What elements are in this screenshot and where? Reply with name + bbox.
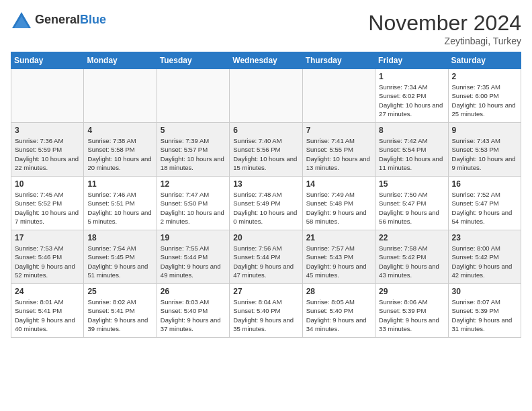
calendar-cell: 12Sunrise: 7:47 AMSunset: 5:50 PMDayligh… — [157, 177, 229, 230]
day-number: 14 — [306, 179, 371, 189]
calendar-cell: 18Sunrise: 7:54 AMSunset: 5:45 PMDayligh… — [84, 230, 157, 284]
day-number: 10 — [15, 179, 80, 189]
calendar-cell: 20Sunrise: 7:56 AMSunset: 5:44 PMDayligh… — [230, 230, 302, 284]
day-info: Sunrise: 7:35 AMSunset: 6:00 PMDaylight:… — [452, 83, 517, 118]
day-number: 28 — [306, 287, 371, 296]
calendar-cell: 28Sunrise: 8:05 AMSunset: 5:40 PMDayligh… — [302, 284, 375, 338]
day-info: Sunrise: 7:34 AMSunset: 6:02 PMDaylight:… — [379, 83, 444, 118]
day-number: 11 — [87, 179, 152, 189]
day-info: Sunrise: 7:36 AMSunset: 5:59 PMDaylight:… — [15, 136, 80, 172]
location-text: Zeytinbagi, Turkey — [368, 36, 521, 46]
day-number: 4 — [87, 126, 152, 135]
calendar-table: SundayMondayTuesdayWednesdayThursdayFrid… — [11, 52, 521, 338]
day-number: 5 — [161, 126, 226, 135]
calendar-cell: 24Sunrise: 8:01 AMSunset: 5:41 PMDayligh… — [11, 284, 84, 338]
day-info: Sunrise: 7:56 AMSunset: 5:44 PMDaylight:… — [233, 244, 298, 279]
day-info: Sunrise: 7:55 AMSunset: 5:44 PMDaylight:… — [161, 244, 226, 279]
day-info: Sunrise: 7:40 AMSunset: 5:56 PMDaylight:… — [233, 136, 298, 172]
day-info: Sunrise: 7:42 AMSunset: 5:54 PMDaylight:… — [379, 136, 444, 172]
day-number: 23 — [452, 233, 517, 242]
day-number: 13 — [233, 179, 298, 189]
day-number: 16 — [452, 179, 517, 189]
calendar-cell: 5Sunrise: 7:39 AMSunset: 5:57 PMDaylight… — [157, 123, 229, 177]
calendar-cell — [302, 69, 375, 123]
day-number: 29 — [379, 287, 444, 296]
calendar-cell: 3Sunrise: 7:36 AMSunset: 5:59 PMDaylight… — [11, 123, 84, 177]
calendar-cell: 27Sunrise: 8:04 AMSunset: 5:40 PMDayligh… — [230, 284, 302, 338]
day-info: Sunrise: 7:48 AMSunset: 5:49 PMDaylight:… — [233, 190, 298, 226]
header-friday: Friday — [375, 52, 448, 69]
day-info: Sunrise: 7:58 AMSunset: 5:42 PMDaylight:… — [379, 244, 444, 279]
calendar-cell: 16Sunrise: 7:52 AMSunset: 5:47 PMDayligh… — [448, 177, 521, 230]
day-info: Sunrise: 7:41 AMSunset: 5:55 PMDaylight:… — [306, 136, 371, 172]
calendar-cell: 13Sunrise: 7:48 AMSunset: 5:49 PMDayligh… — [230, 177, 302, 230]
day-number: 6 — [233, 126, 298, 135]
day-info: Sunrise: 7:49 AMSunset: 5:48 PMDaylight:… — [306, 190, 371, 226]
day-number: 3 — [15, 126, 80, 135]
day-info: Sunrise: 8:02 AMSunset: 5:41 PMDaylight:… — [87, 298, 152, 333]
calendar-cell: 23Sunrise: 8:00 AMSunset: 5:42 PMDayligh… — [448, 230, 521, 284]
header-saturday: Saturday — [448, 52, 521, 69]
day-info: Sunrise: 7:38 AMSunset: 5:58 PMDaylight:… — [87, 136, 152, 172]
day-number: 15 — [379, 179, 444, 189]
day-info: Sunrise: 8:07 AMSunset: 5:39 PMDaylight:… — [452, 298, 517, 333]
calendar-cell: 30Sunrise: 8:07 AMSunset: 5:39 PMDayligh… — [448, 284, 521, 338]
calendar-cell: 21Sunrise: 7:57 AMSunset: 5:43 PMDayligh… — [302, 230, 375, 284]
calendar-cell: 7Sunrise: 7:41 AMSunset: 5:55 PMDaylight… — [302, 123, 375, 177]
calendar-cell: 17Sunrise: 7:53 AMSunset: 5:46 PMDayligh… — [11, 230, 84, 284]
day-number: 7 — [306, 126, 371, 135]
header-wednesday: Wednesday — [230, 52, 302, 69]
day-info: Sunrise: 7:53 AMSunset: 5:46 PMDaylight:… — [15, 244, 80, 279]
calendar-cell: 25Sunrise: 8:02 AMSunset: 5:41 PMDayligh… — [84, 284, 157, 338]
day-number: 26 — [161, 287, 226, 296]
calendar-cell — [84, 69, 157, 123]
calendar-cell: 9Sunrise: 7:43 AMSunset: 5:53 PMDaylight… — [448, 123, 521, 177]
day-info: Sunrise: 8:04 AMSunset: 5:40 PMDaylight:… — [233, 298, 298, 333]
day-info: Sunrise: 7:47 AMSunset: 5:50 PMDaylight:… — [161, 190, 226, 226]
calendar-cell: 22Sunrise: 7:58 AMSunset: 5:42 PMDayligh… — [375, 230, 448, 284]
header-thursday: Thursday — [302, 52, 375, 69]
day-number: 1 — [379, 72, 444, 81]
calendar-cell: 8Sunrise: 7:42 AMSunset: 5:54 PMDaylight… — [375, 123, 448, 177]
day-number: 2 — [452, 72, 517, 81]
day-number: 20 — [233, 233, 298, 242]
day-number: 30 — [452, 287, 517, 296]
day-info: Sunrise: 7:45 AMSunset: 5:52 PMDaylight:… — [15, 190, 80, 226]
calendar-cell: 26Sunrise: 8:03 AMSunset: 5:40 PMDayligh… — [157, 284, 229, 338]
calendar-week-row: 10Sunrise: 7:45 AMSunset: 5:52 PMDayligh… — [11, 177, 521, 230]
day-number: 8 — [379, 126, 444, 135]
calendar-cell: 1Sunrise: 7:34 AMSunset: 6:02 PMDaylight… — [375, 69, 448, 123]
calendar-cell: 2Sunrise: 7:35 AMSunset: 6:00 PMDaylight… — [448, 69, 521, 123]
header-tuesday: Tuesday — [157, 52, 229, 69]
day-number: 12 — [161, 179, 226, 189]
day-number: 24 — [15, 287, 80, 296]
day-info: Sunrise: 7:52 AMSunset: 5:47 PMDaylight:… — [452, 190, 517, 226]
calendar-cell: 15Sunrise: 7:50 AMSunset: 5:47 PMDayligh… — [375, 177, 448, 230]
header-sunday: Sunday — [11, 52, 84, 69]
logo-blue-text: Blue — [80, 13, 106, 26]
day-info: Sunrise: 8:05 AMSunset: 5:40 PMDaylight:… — [306, 298, 371, 333]
calendar-cell: 4Sunrise: 7:38 AMSunset: 5:58 PMDaylight… — [84, 123, 157, 177]
day-number: 18 — [87, 233, 152, 242]
calendar-cell: 6Sunrise: 7:40 AMSunset: 5:56 PMDaylight… — [230, 123, 302, 177]
day-info: Sunrise: 8:01 AMSunset: 5:41 PMDaylight:… — [15, 298, 80, 333]
calendar-cell — [230, 69, 302, 123]
calendar-week-row: 17Sunrise: 7:53 AMSunset: 5:46 PMDayligh… — [11, 230, 521, 284]
logo-text: GeneralBlue — [35, 13, 106, 27]
day-number: 19 — [161, 233, 226, 242]
day-number: 22 — [379, 233, 444, 242]
day-number: 27 — [233, 287, 298, 296]
day-number: 9 — [452, 126, 517, 135]
day-info: Sunrise: 7:46 AMSunset: 5:51 PMDaylight:… — [87, 190, 152, 226]
day-number: 25 — [87, 287, 152, 296]
calendar-cell: 19Sunrise: 7:55 AMSunset: 5:44 PMDayligh… — [157, 230, 229, 284]
day-number: 21 — [306, 233, 371, 242]
day-info: Sunrise: 7:50 AMSunset: 5:47 PMDaylight:… — [379, 190, 444, 226]
logo-icon — [11, 11, 32, 30]
day-info: Sunrise: 7:39 AMSunset: 5:57 PMDaylight:… — [161, 136, 226, 172]
page-header: GeneralBlue November 2024 Zeytinbagi, Tu… — [11, 11, 521, 46]
day-number: 17 — [15, 233, 80, 242]
calendar-cell — [11, 69, 84, 123]
logo: GeneralBlue — [11, 11, 106, 30]
header-monday: Monday — [84, 52, 157, 69]
